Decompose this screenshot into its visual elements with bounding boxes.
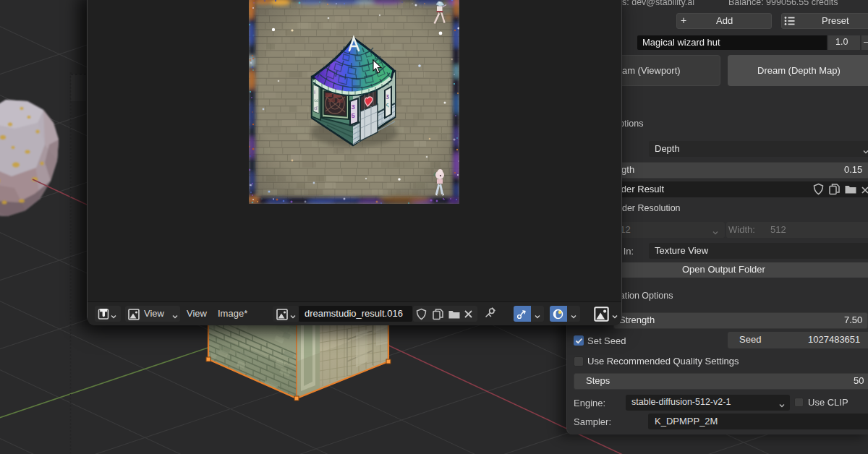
svg-text:3: 3 bbox=[352, 103, 355, 111]
svg-text:5: 5 bbox=[352, 111, 356, 119]
svg-text:ω: ω bbox=[314, 97, 319, 103]
svg-text:ς: ς bbox=[386, 101, 389, 108]
